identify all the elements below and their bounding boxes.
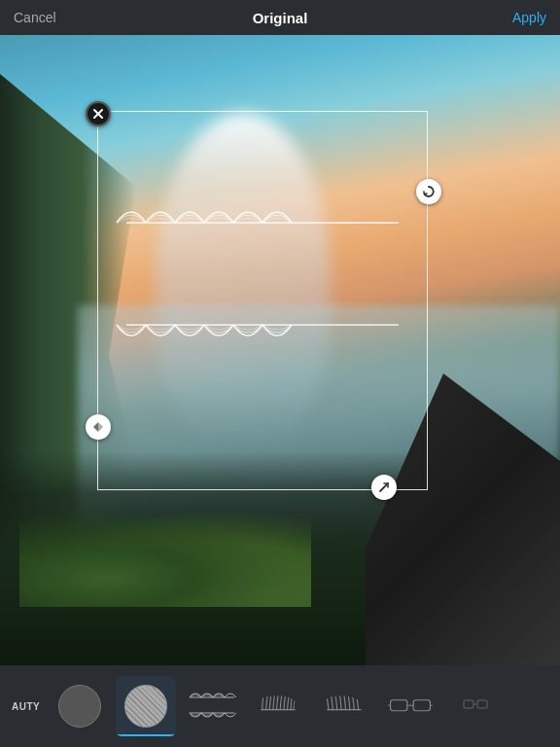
toolbar-item-circle[interactable] xyxy=(50,676,110,736)
delete-handle[interactable] xyxy=(86,101,111,126)
toolbar-item-circle-hatched[interactable] xyxy=(116,676,176,736)
more-icon xyxy=(462,696,491,716)
scale-icon xyxy=(377,480,391,494)
rotate-handle[interactable] xyxy=(416,179,441,204)
rotate-icon xyxy=(422,185,436,198)
scale-handle[interactable] xyxy=(371,475,397,500)
toolbar-item-cloud-deco[interactable] xyxy=(182,676,242,736)
lashes-2-icon xyxy=(319,695,369,717)
svg-rect-14 xyxy=(464,700,473,708)
x-icon xyxy=(91,107,105,121)
category-label: AUTY xyxy=(8,701,44,712)
svg-line-4 xyxy=(380,483,388,491)
flip-handle[interactable] xyxy=(86,414,111,440)
bottom-toolbar: AUTY xyxy=(0,665,560,747)
svg-rect-10 xyxy=(413,700,430,711)
page-title: Original xyxy=(253,10,308,26)
glasses-icon xyxy=(383,695,438,717)
cancel-button[interactable]: Cancel xyxy=(14,10,56,25)
image-canvas[interactable] xyxy=(0,35,560,665)
circle-plain-icon xyxy=(58,685,101,728)
cloud-deco-icon xyxy=(186,684,238,729)
toolbar-item-glasses[interactable] xyxy=(380,676,440,736)
toolbar-item-lashes-2[interactable] xyxy=(314,676,374,736)
circle-hatched-icon xyxy=(124,685,167,728)
svg-rect-15 xyxy=(477,700,487,708)
flip-icon xyxy=(91,420,105,434)
svg-rect-9 xyxy=(391,700,407,711)
apply-button[interactable]: Apply xyxy=(512,10,546,25)
top-bar: Cancel Original Apply xyxy=(0,0,560,35)
toolbar-item-lashes-1[interactable] xyxy=(248,676,308,736)
moss-vegetation xyxy=(19,510,311,607)
toolbar-item-more[interactable] xyxy=(446,676,507,736)
lashes-1-icon xyxy=(253,695,303,717)
